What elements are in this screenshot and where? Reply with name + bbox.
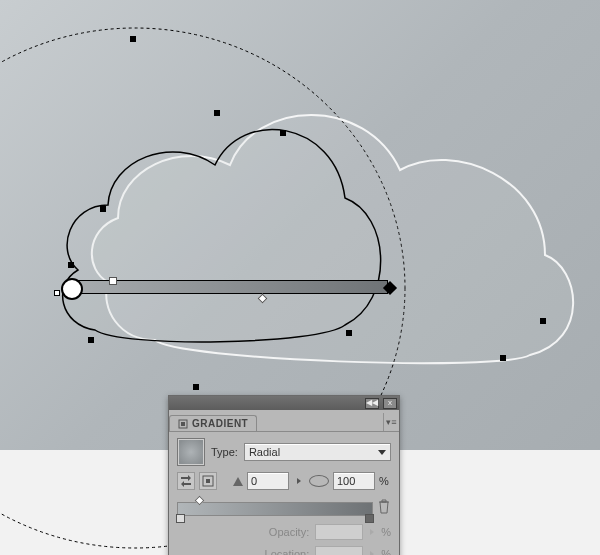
panel-tabs: GRADIENT ▾≡ (169, 410, 399, 432)
anchor-point[interactable] (193, 384, 199, 390)
gradient-annotator[interactable] (78, 280, 388, 294)
stroke-gradient-icon[interactable] (199, 472, 217, 490)
svg-rect-4 (206, 479, 210, 483)
location-input (315, 546, 363, 555)
percent-label: % (381, 548, 391, 555)
anchor-point[interactable] (280, 130, 286, 136)
gradient-color-stop[interactable] (176, 514, 185, 523)
panel-menu-icon[interactable]: ▾≡ (383, 413, 399, 431)
gradient-fill-swatch[interactable] (177, 438, 205, 466)
svg-rect-2 (181, 422, 185, 426)
gradient-panel: ◀◀ x GRADIENT ▾≡ Type: Radial (168, 395, 400, 555)
type-value: Radial (249, 446, 280, 458)
location-label: Location: (265, 548, 310, 555)
gradient-color-stop[interactable] (365, 514, 374, 523)
gradient-slider[interactable] (177, 502, 373, 516)
gradient-midpoint[interactable] (109, 277, 117, 285)
anchor-point[interactable] (346, 330, 352, 336)
stepper-icon (370, 551, 374, 555)
percent-label: % (381, 526, 391, 538)
anchor-point[interactable] (500, 355, 506, 361)
close-icon[interactable]: x (383, 398, 397, 409)
anchor-point[interactable] (130, 36, 136, 42)
anchor-point[interactable] (540, 318, 546, 324)
gradient-midpoint-handle[interactable] (195, 496, 205, 506)
type-label: Type: (211, 446, 238, 458)
angle-input[interactable]: 0 (247, 472, 289, 490)
chevron-down-icon (378, 450, 386, 455)
anchor-point[interactable] (54, 290, 60, 296)
reverse-gradient-icon[interactable] (177, 472, 195, 490)
opacity-input (315, 524, 363, 540)
panel-titlebar[interactable]: ◀◀ x (169, 396, 399, 410)
tab-label: GRADIENT (192, 418, 248, 429)
type-select[interactable]: Radial (244, 443, 391, 461)
angle-stepper-icon[interactable] (293, 472, 305, 490)
anchor-point[interactable] (100, 206, 106, 212)
anchor-point[interactable] (88, 337, 94, 343)
stepper-icon (370, 529, 374, 535)
collapse-icon[interactable]: ◀◀ (365, 398, 379, 409)
trash-icon[interactable] (377, 499, 391, 515)
anchor-point[interactable] (214, 110, 220, 116)
opacity-label: Opacity: (269, 526, 309, 538)
tab-gradient[interactable]: GRADIENT (169, 415, 257, 431)
angle-icon (233, 477, 243, 486)
gradient-tab-icon (178, 419, 188, 429)
anchor-point[interactable] (68, 262, 74, 268)
aspect-ratio-icon (309, 475, 329, 487)
percent-label: % (379, 475, 389, 487)
aspect-input[interactable]: 100 (333, 472, 375, 490)
